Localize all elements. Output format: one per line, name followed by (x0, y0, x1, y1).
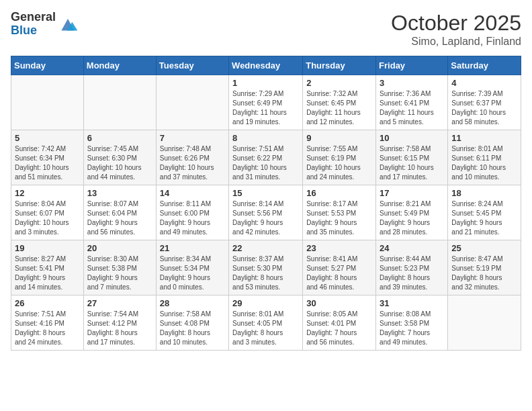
logo-icon (57, 13, 79, 35)
calendar-cell: 18Sunrise: 8:24 AM Sunset: 5:45 PM Dayli… (448, 185, 521, 240)
day-number: 3 (380, 78, 444, 88)
calendar-cell: 11Sunrise: 8:01 AM Sunset: 6:11 PM Dayli… (448, 130, 521, 185)
calendar-cell: 15Sunrise: 8:14 AM Sunset: 5:56 PM Dayli… (229, 185, 303, 240)
calendar-cell: 27Sunrise: 7:54 AM Sunset: 4:12 PM Dayli… (83, 295, 156, 351)
calendar-cell (11, 75, 84, 130)
calendar-cell (448, 295, 521, 351)
day-info: Sunrise: 8:17 AM Sunset: 5:53 PM Dayligh… (306, 199, 372, 237)
day-number: 28 (160, 298, 225, 308)
day-info: Sunrise: 8:47 AM Sunset: 5:19 PM Dayligh… (451, 255, 517, 292)
day-info: Sunrise: 7:51 AM Sunset: 4:16 PM Dayligh… (15, 310, 80, 347)
day-number: 20 (87, 243, 152, 253)
month-title: October 2025 (391, 11, 521, 36)
calendar-cell: 3Sunrise: 7:36 AM Sunset: 6:41 PM Daylig… (376, 75, 448, 130)
calendar-week-row: 1Sunrise: 7:29 AM Sunset: 6:49 PM Daylig… (11, 75, 521, 130)
day-number: 14 (160, 188, 225, 198)
calendar-cell: 31Sunrise: 8:08 AM Sunset: 3:58 PM Dayli… (376, 295, 448, 351)
day-number: 12 (15, 188, 80, 198)
day-info: Sunrise: 7:58 AM Sunset: 4:08 PM Dayligh… (160, 310, 225, 347)
day-of-week-header: Wednesday (229, 56, 303, 75)
calendar-cell: 25Sunrise: 8:47 AM Sunset: 5:19 PM Dayli… (448, 240, 521, 295)
day-number: 15 (232, 188, 299, 198)
calendar-table: SundayMondayTuesdayWednesdayThursdayFrid… (11, 56, 521, 351)
day-number: 19 (15, 243, 80, 253)
calendar-cell: 9Sunrise: 7:55 AM Sunset: 6:19 PM Daylig… (303, 130, 376, 185)
day-number: 26 (15, 298, 80, 308)
day-number: 8 (232, 133, 299, 143)
day-info: Sunrise: 8:24 AM Sunset: 5:45 PM Dayligh… (451, 199, 517, 237)
day-number: 7 (160, 133, 225, 143)
day-number: 25 (451, 243, 517, 253)
day-number: 4 (451, 78, 517, 88)
day-number: 10 (380, 133, 444, 143)
calendar-cell (156, 75, 228, 130)
day-number: 11 (451, 133, 517, 143)
day-number: 23 (306, 243, 372, 253)
day-info: Sunrise: 8:30 AM Sunset: 5:38 PM Dayligh… (87, 255, 152, 292)
day-info: Sunrise: 7:48 AM Sunset: 6:26 PM Dayligh… (160, 144, 225, 182)
day-info: Sunrise: 7:58 AM Sunset: 6:15 PM Dayligh… (380, 144, 444, 182)
calendar-week-row: 12Sunrise: 8:04 AM Sunset: 6:07 PM Dayli… (11, 185, 521, 240)
day-info: Sunrise: 7:32 AM Sunset: 6:45 PM Dayligh… (306, 89, 372, 127)
calendar-cell: 4Sunrise: 7:39 AM Sunset: 6:37 PM Daylig… (448, 75, 521, 130)
day-number: 22 (232, 243, 299, 253)
calendar-cell: 8Sunrise: 7:51 AM Sunset: 6:22 PM Daylig… (229, 130, 303, 185)
day-info: Sunrise: 8:11 AM Sunset: 6:00 PM Dayligh… (160, 199, 225, 237)
logo: General Blue (11, 11, 79, 38)
calendar-cell: 14Sunrise: 8:11 AM Sunset: 6:00 PM Dayli… (156, 185, 228, 240)
calendar-cell: 12Sunrise: 8:04 AM Sunset: 6:07 PM Dayli… (11, 185, 84, 240)
day-info: Sunrise: 8:05 AM Sunset: 4:01 PM Dayligh… (306, 310, 372, 347)
page-header: General Blue October 2025 Simo, Lapland,… (11, 11, 521, 48)
day-info: Sunrise: 7:54 AM Sunset: 4:12 PM Dayligh… (87, 310, 152, 347)
logo-blue-text: Blue (11, 24, 56, 38)
day-number: 21 (160, 243, 225, 253)
calendar-cell: 28Sunrise: 7:58 AM Sunset: 4:08 PM Dayli… (156, 295, 228, 351)
day-info: Sunrise: 8:34 AM Sunset: 5:34 PM Dayligh… (160, 255, 225, 292)
day-info: Sunrise: 8:01 AM Sunset: 6:11 PM Dayligh… (451, 144, 517, 182)
calendar-cell: 22Sunrise: 8:37 AM Sunset: 5:30 PM Dayli… (229, 240, 303, 295)
day-info: Sunrise: 8:27 AM Sunset: 5:41 PM Dayligh… (15, 255, 80, 292)
calendar-cell: 24Sunrise: 8:44 AM Sunset: 5:23 PM Dayli… (376, 240, 448, 295)
day-info: Sunrise: 7:45 AM Sunset: 6:30 PM Dayligh… (87, 144, 152, 182)
day-number: 9 (306, 133, 372, 143)
day-number: 16 (306, 188, 372, 198)
location: Simo, Lapland, Finland (391, 36, 521, 48)
day-of-week-header: Monday (83, 56, 156, 75)
calendar-cell: 13Sunrise: 8:07 AM Sunset: 6:04 PM Dayli… (83, 185, 156, 240)
day-info: Sunrise: 8:04 AM Sunset: 6:07 PM Dayligh… (15, 199, 80, 237)
calendar-cell: 19Sunrise: 8:27 AM Sunset: 5:41 PM Dayli… (11, 240, 84, 295)
day-number: 13 (87, 188, 152, 198)
calendar-cell: 20Sunrise: 8:30 AM Sunset: 5:38 PM Dayli… (83, 240, 156, 295)
day-of-week-header: Saturday (448, 56, 521, 75)
title-block: October 2025 Simo, Lapland, Finland (391, 11, 521, 48)
day-info: Sunrise: 7:51 AM Sunset: 6:22 PM Dayligh… (232, 144, 299, 182)
day-number: 18 (451, 188, 517, 198)
day-of-week-header: Tuesday (156, 56, 228, 75)
calendar-cell: 2Sunrise: 7:32 AM Sunset: 6:45 PM Daylig… (303, 75, 376, 130)
day-of-week-header: Friday (376, 56, 448, 75)
day-info: Sunrise: 8:07 AM Sunset: 6:04 PM Dayligh… (87, 199, 152, 237)
day-info: Sunrise: 8:21 AM Sunset: 5:49 PM Dayligh… (380, 199, 444, 237)
day-info: Sunrise: 8:14 AM Sunset: 5:56 PM Dayligh… (232, 199, 299, 237)
logo-general-text: General (11, 11, 56, 24)
day-number: 2 (306, 78, 372, 88)
day-number: 30 (306, 298, 372, 308)
calendar-week-row: 5Sunrise: 7:42 AM Sunset: 6:34 PM Daylig… (11, 130, 521, 185)
day-info: Sunrise: 8:41 AM Sunset: 5:27 PM Dayligh… (306, 255, 372, 292)
day-info: Sunrise: 7:55 AM Sunset: 6:19 PM Dayligh… (306, 144, 372, 182)
calendar-cell: 16Sunrise: 8:17 AM Sunset: 5:53 PM Dayli… (303, 185, 376, 240)
day-info: Sunrise: 8:44 AM Sunset: 5:23 PM Dayligh… (380, 255, 444, 292)
day-info: Sunrise: 8:37 AM Sunset: 5:30 PM Dayligh… (232, 255, 299, 292)
calendar-cell (83, 75, 156, 130)
day-number: 17 (380, 188, 444, 198)
calendar-week-row: 19Sunrise: 8:27 AM Sunset: 5:41 PM Dayli… (11, 240, 521, 295)
calendar-cell: 5Sunrise: 7:42 AM Sunset: 6:34 PM Daylig… (11, 130, 84, 185)
day-number: 1 (232, 78, 299, 88)
calendar-cell: 10Sunrise: 7:58 AM Sunset: 6:15 PM Dayli… (376, 130, 448, 185)
day-info: Sunrise: 7:42 AM Sunset: 6:34 PM Dayligh… (15, 144, 80, 182)
day-number: 24 (380, 243, 444, 253)
day-number: 29 (232, 298, 299, 308)
day-info: Sunrise: 7:29 AM Sunset: 6:49 PM Dayligh… (232, 89, 299, 127)
day-info: Sunrise: 8:01 AM Sunset: 4:05 PM Dayligh… (232, 310, 299, 347)
day-number: 27 (87, 298, 152, 308)
